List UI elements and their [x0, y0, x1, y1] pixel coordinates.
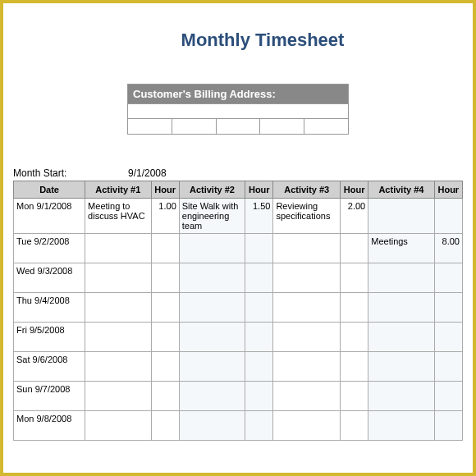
activity-cell[interactable]	[85, 263, 151, 293]
hour-cell[interactable]	[151, 293, 179, 323]
date-cell[interactable]: Fri 9/5/2008	[14, 323, 85, 352]
hour-cell[interactable]	[245, 411, 273, 441]
activity-cell[interactable]	[273, 382, 341, 411]
hour-cell[interactable]	[245, 293, 273, 323]
activity-cell[interactable]	[85, 323, 151, 352]
date-cell[interactable]: Tue 9/2/2008	[14, 234, 85, 263]
header-hour1: Hour	[151, 181, 179, 199]
billing-cell	[128, 119, 172, 134]
hour-cell[interactable]	[245, 234, 273, 263]
header-hour2: Hour	[245, 181, 273, 199]
table-row: Sat 9/6/2008	[14, 352, 463, 382]
header-activity1: Activity #1	[85, 181, 151, 199]
hour-cell[interactable]	[151, 382, 179, 411]
page-title: Monthly Timesheet	[62, 30, 463, 51]
activity-cell[interactable]	[368, 323, 434, 352]
date-cell[interactable]: Sat 9/6/2008	[14, 352, 85, 382]
activity-cell[interactable]: Site Walk with engineering team	[179, 199, 245, 234]
hour-cell[interactable]	[151, 352, 179, 382]
activity-cell[interactable]	[273, 234, 341, 263]
billing-cell	[260, 119, 304, 134]
billing-cell	[172, 119, 217, 134]
hour-cell[interactable]	[340, 323, 368, 352]
header-hour4: Hour	[434, 181, 462, 199]
header-activity2: Activity #2	[179, 181, 245, 199]
activity-cell[interactable]	[273, 263, 341, 293]
date-cell[interactable]: Wed 9/3/2008	[14, 263, 85, 293]
activity-cell[interactable]	[273, 323, 341, 352]
date-cell[interactable]: Sun 9/7/2008	[14, 382, 85, 411]
hour-cell[interactable]	[151, 263, 179, 293]
activity-cell[interactable]: Meetings	[368, 234, 434, 263]
hour-cell[interactable]: 1.00	[151, 199, 179, 234]
activity-cell[interactable]	[273, 352, 341, 382]
hour-cell[interactable]	[245, 382, 273, 411]
activity-cell[interactable]	[368, 352, 434, 382]
activity-cell[interactable]	[85, 382, 151, 411]
hour-cell[interactable]: 1.50	[245, 199, 273, 234]
date-cell[interactable]: Mon 9/1/2008	[14, 199, 85, 234]
billing-cells-row	[128, 118, 348, 134]
activity-cell[interactable]	[368, 293, 434, 323]
hour-cell[interactable]	[434, 263, 462, 293]
activity-cell[interactable]	[179, 352, 245, 382]
header-activity3: Activity #3	[273, 181, 341, 199]
hour-cell[interactable]	[151, 234, 179, 263]
hour-cell[interactable]	[340, 382, 368, 411]
table-row: Tue 9/2/2008Meetings8.00	[14, 234, 463, 263]
month-start-label: Month Start:	[13, 167, 95, 179]
activity-cell[interactable]: Meeting to discuss HVAC	[85, 199, 151, 234]
activity-cell[interactable]	[368, 263, 434, 293]
date-cell[interactable]: Thu 9/4/2008	[14, 293, 85, 323]
activity-cell[interactable]: Reviewing specifications	[273, 199, 341, 234]
header-activity4: Activity #4	[368, 181, 434, 199]
timesheet-table: Date Activity #1 Hour Activity #2 Hour A…	[13, 181, 463, 441]
hour-cell[interactable]: 8.00	[434, 234, 462, 263]
hour-cell[interactable]	[340, 411, 368, 441]
activity-cell[interactable]	[179, 382, 245, 411]
hour-cell[interactable]	[434, 411, 462, 441]
billing-cell	[304, 119, 348, 134]
header-row: Date Activity #1 Hour Activity #2 Hour A…	[14, 181, 463, 199]
activity-cell[interactable]	[179, 323, 245, 352]
hour-cell[interactable]	[434, 382, 462, 411]
activity-cell[interactable]	[368, 382, 434, 411]
billing-address-box: Customer's Billing Address:	[127, 84, 349, 135]
hour-cell[interactable]	[434, 293, 462, 323]
hour-cell[interactable]	[434, 352, 462, 382]
header-hour3: Hour	[340, 181, 368, 199]
activity-cell[interactable]	[273, 293, 341, 323]
activity-cell[interactable]	[85, 293, 151, 323]
hour-cell[interactable]	[340, 352, 368, 382]
activity-cell[interactable]	[368, 199, 434, 234]
table-row: Thu 9/4/2008	[14, 293, 463, 323]
date-cell[interactable]: Mon 9/8/2008	[14, 411, 85, 441]
activity-cell[interactable]	[85, 352, 151, 382]
table-row: Mon 9/1/2008Meeting to discuss HVAC1.00S…	[14, 199, 463, 234]
hour-cell[interactable]	[245, 323, 273, 352]
hour-cell[interactable]	[434, 323, 462, 352]
hour-cell[interactable]	[245, 263, 273, 293]
activity-cell[interactable]	[85, 411, 151, 441]
activity-cell[interactable]	[368, 411, 434, 441]
table-row: Mon 9/8/2008	[14, 411, 463, 441]
hour-cell[interactable]	[340, 293, 368, 323]
hour-cell[interactable]: 2.00	[340, 199, 368, 234]
hour-cell[interactable]	[151, 323, 179, 352]
hour-cell[interactable]	[434, 199, 462, 234]
activity-cell[interactable]	[273, 411, 341, 441]
activity-cell[interactable]	[179, 293, 245, 323]
table-row: Sun 9/7/2008	[14, 382, 463, 411]
hour-cell[interactable]	[340, 234, 368, 263]
activity-cell[interactable]	[85, 234, 151, 263]
hour-cell[interactable]	[340, 263, 368, 293]
hour-cell[interactable]	[151, 411, 179, 441]
activity-cell[interactable]	[179, 411, 245, 441]
activity-cell[interactable]	[179, 263, 245, 293]
activity-cell[interactable]	[179, 234, 245, 263]
table-row: Wed 9/3/2008	[14, 263, 463, 293]
hour-cell[interactable]	[245, 352, 273, 382]
billing-row	[128, 103, 348, 118]
header-date: Date	[14, 181, 85, 199]
table-row: Fri 9/5/2008	[14, 323, 463, 352]
